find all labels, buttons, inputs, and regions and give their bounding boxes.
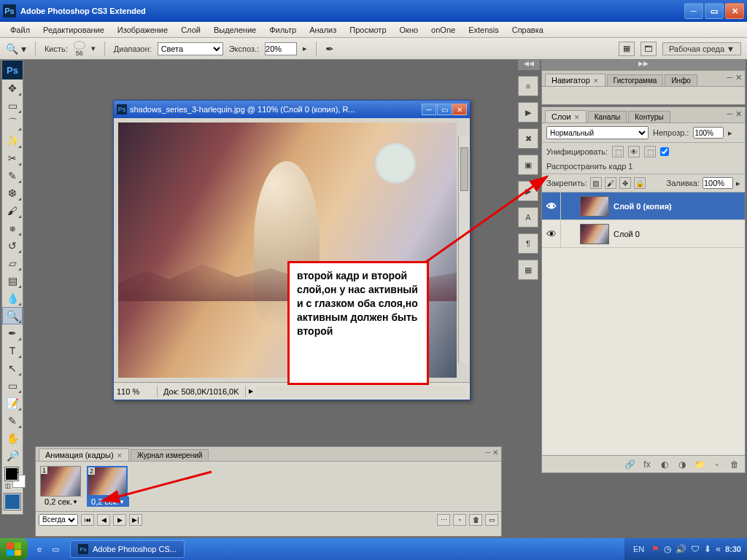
tray-updates-icon[interactable]: ⬇ [704,544,711,554]
layer-name[interactable]: Слой 0 (копия) [614,202,672,211]
menu-view[interactable]: Просмотр [344,24,392,36]
tab-info[interactable]: Инфо [665,74,697,86]
fill-input[interactable] [703,177,733,189]
lock-all-icon[interactable]: 🔒 [634,177,646,189]
tray-more-icon[interactable]: « [716,544,721,554]
tab-animation[interactable]: Анимация (кадры)✕ [39,448,129,461]
marquee-tool[interactable]: ▭ [2,97,23,114]
stamp-tool[interactable]: ⎈ [2,219,23,237]
doc-minimize-button[interactable]: ─ [422,104,436,115]
unify-position-icon[interactable]: ⬚ [612,146,624,158]
tab-navigator[interactable]: Навигатор✕ [545,74,605,86]
menu-edit[interactable]: Редактирование [37,24,110,36]
dodge-tool[interactable]: 🔍 [2,307,23,324]
panel-collapse-icon[interactable]: ─ [727,73,732,82]
file-browser-button[interactable]: ▦ [619,42,635,56]
brush-preview-icon[interactable] [74,41,85,50]
tray-network-icon[interactable]: ◷ [664,544,671,554]
taskbar-photoshop[interactable]: Ps Adobe Photoshop CS... [70,540,185,558]
play-button[interactable]: ▶ [113,514,126,526]
healing-tool[interactable]: ❆ [2,184,23,202]
eyedropper-tool[interactable]: ✎ [2,412,23,429]
lang-indicator[interactable]: EN [630,545,647,553]
link-layers-button[interactable]: 🔗 [622,458,637,471]
lasso-tool[interactable]: ⌒ [2,114,23,132]
menu-onone[interactable]: onOne [425,24,461,36]
swap-colors-icon[interactable]: ⤭ [14,467,20,475]
type-tool[interactable]: T [2,342,23,359]
shape-tool[interactable]: ▭ [2,377,23,394]
tray-antivirus-icon[interactable]: ⚑ [651,544,659,554]
menu-select[interactable]: Выделение [208,24,262,36]
doc-close-button[interactable]: ✕ [452,104,467,115]
unify-style-icon[interactable]: ⬚ [644,146,656,158]
dock-clone-icon[interactable]: ▶ [518,102,538,122]
tab-channels[interactable]: Каналы [588,111,627,122]
tab-measurement-log[interactable]: Журнал измерений [131,449,209,461]
prev-frame-button[interactable]: ◀ [97,514,110,526]
frame-2[interactable]: 2 0,2 сек.▼ [87,466,129,507]
menu-file[interactable]: Файл [4,24,36,36]
notes-tool[interactable]: 📝 [2,394,23,412]
layer-mask-button[interactable]: ◐ [657,458,672,471]
panel-close-icon[interactable]: ✕ [735,109,742,119]
dock-para-icon[interactable]: ¶ [518,233,538,254]
quickmask-button[interactable] [4,494,20,510]
path-select-tool[interactable]: ↖ [2,359,23,377]
panel-close-icon[interactable]: ✕ [735,73,742,82]
workspace-menu-button[interactable]: Рабочая среда ▼ [662,42,741,55]
window-close-button[interactable]: ✕ [725,3,744,19]
zoom-tool[interactable]: 🔎 [2,447,23,464]
panel-collapse-button[interactable]: ─ ✕ [485,448,498,456]
layer-style-button[interactable]: fx [640,458,654,471]
menu-layer[interactable]: Слой [175,24,206,36]
history-brush-tool[interactable]: ↺ [2,237,23,254]
lock-transparency-icon[interactable]: ▨ [590,177,602,189]
layer-name[interactable]: Слой 0 [614,230,640,238]
loop-select[interactable]: Всегда [39,514,78,526]
vertical-scrollbar[interactable] [458,136,470,363]
layer-row-1[interactable]: 👁 Слой 0 [542,220,745,248]
dock-char-icon[interactable]: A [518,207,538,228]
blend-mode-select[interactable]: Нормальный [546,126,649,139]
exposure-input[interactable] [265,42,297,55]
window-minimize-button[interactable]: ─ [684,3,703,19]
hand-tool[interactable]: ✋ [2,429,23,447]
screen-mode-button[interactable]: 🗔 [640,42,657,56]
menu-help[interactable]: Справка [506,24,549,36]
dock-toggle-icon[interactable]: ◀◀ [518,60,540,70]
magic-wand-tool[interactable]: ✨ [2,132,23,149]
fill-slider-icon[interactable]: ▸ [736,179,740,188]
blur-tool[interactable]: 💧 [2,289,23,307]
tray-volume-icon[interactable]: 🔊 [676,544,686,554]
clock[interactable]: 8:30 [725,545,741,553]
menu-window[interactable]: Окно [394,24,425,36]
timeline-mode-button[interactable]: ▭ [485,514,498,526]
start-button[interactable] [0,538,28,560]
dock-styles-icon[interactable]: ▦ [518,260,538,280]
doc-info-menu-icon[interactable]: ▶ [249,388,253,394]
horizontal-scrollbar[interactable] [256,386,467,397]
menu-image[interactable]: Изображение [112,24,174,36]
crop-tool[interactable]: ✂ [2,149,23,167]
menu-filter[interactable]: Фильтр [263,24,302,36]
default-colors-icon[interactable]: ◫ [5,483,11,489]
frame-1[interactable]: 1 0,2 сек.▼ [40,466,82,507]
slice-tool[interactable]: ✎ [2,167,23,184]
dock-layercomp-icon[interactable]: ▣ [518,155,538,175]
window-maximize-button[interactable]: ▭ [705,3,724,19]
first-frame-button[interactable]: ⏮ [81,514,94,526]
gradient-tool[interactable]: ▤ [2,272,23,289]
duplicate-frame-button[interactable]: ▫ [453,514,466,526]
layer-group-button[interactable]: 📁 [692,458,707,471]
dock-actions-icon[interactable]: ▶ [518,181,538,201]
next-frame-button[interactable]: ▶| [129,514,142,526]
lock-pixels-icon[interactable]: 🖌 [605,177,616,189]
brush-picker-arrow-icon[interactable]: ▾ [91,44,96,53]
doc-info[interactable]: Док: 508,0K/1016,0K [158,386,246,397]
delete-frame-button[interactable]: 🗑 [469,514,482,526]
eraser-tool[interactable]: ▱ [2,254,23,272]
menu-analysis[interactable]: Анализ [303,24,342,36]
ql-ie-icon[interactable]: e [32,541,47,557]
unify-visibility-icon[interactable]: 👁 [628,146,640,158]
